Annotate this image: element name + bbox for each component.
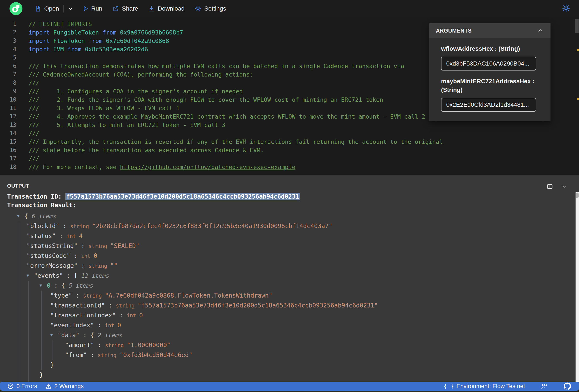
tree-line: ▼"data" : { 2 items <box>7 330 579 340</box>
settings-label: Settings <box>204 5 226 12</box>
tree-line: ▼0 : { 5 items <box>7 281 579 291</box>
tree-token-key: "status" <box>27 232 56 239</box>
tree-token-punct: : <box>79 332 90 339</box>
code-token: 0x8c5303eaa26202d6 <box>85 46 148 53</box>
code-token: /// 4. Approves the example MaybeMintERC… <box>29 113 425 120</box>
status-bar: 0 Errors 2 Warnings { } Environment: Flo… <box>0 382 579 391</box>
tree-token-brace: { <box>90 332 98 339</box>
code-token: /// This transaction demonstrates how mu… <box>29 63 404 69</box>
code-line: 17/// <box>0 154 573 163</box>
tree-token-key: "data" <box>58 332 79 339</box>
errors-status[interactable]: 0 Errors <box>7 383 37 390</box>
tree-token-str: "2b28cbfb87da2cfec4f0232c6f883f0f12c95b3… <box>92 223 332 230</box>
code-token: FlowToken <box>53 38 85 44</box>
desktop-wallpaper-strip <box>0 391 579 392</box>
tree-token-meta: 2 items <box>98 332 122 338</box>
tree-token-punct: : <box>63 272 74 279</box>
line-number: 16 <box>0 146 16 154</box>
line-number: 3 <box>0 37 16 45</box>
github-link[interactable] <box>564 382 571 390</box>
tree-token-key: "type" <box>50 292 72 299</box>
tree-line: "status" : int 4 <box>7 231 579 241</box>
code-token: import <box>29 38 53 44</box>
share-button[interactable]: Share <box>112 5 138 12</box>
tree-line: } <box>7 360 579 370</box>
tree-token-brace: { <box>61 282 69 289</box>
tree-token-punct: : <box>77 262 88 269</box>
line-number: 6 <box>0 62 16 70</box>
tree-line: "amount" : string "1.00000000" <box>7 340 579 350</box>
transaction-id-line: Transaction ID: f557a1573b76aa53e73d46f3… <box>7 192 579 201</box>
line-number: 12 <box>0 112 16 121</box>
code-line: 14/// <box>0 129 573 138</box>
argument-input-wflow[interactable] <box>441 57 536 70</box>
argument-label-wflow: wflowAddressHex : (String) <box>441 44 537 53</box>
tree-line: "transactionIndex" : int 0 <box>7 311 579 320</box>
run-label: Run <box>91 5 102 12</box>
run-button[interactable]: Run <box>82 5 102 12</box>
arguments-panel: ARGUMENTS wflowAddressHex : (String) may… <box>430 23 551 121</box>
open-dropdown-button[interactable] <box>67 6 73 12</box>
arguments-panel-body: wflowAddressHex : (String) maybeMintERC7… <box>430 38 551 121</box>
argument-input-maybemint[interactable] <box>441 98 536 112</box>
editor-scrollbar-thumb[interactable] <box>575 19 579 33</box>
code-link[interactable]: https://github.com/onflow/batched-evm-ex… <box>120 164 295 170</box>
tree-token-typelabel: string <box>70 224 92 229</box>
tree-token-punct: : <box>51 282 62 289</box>
collapse-toggle-icon[interactable]: ▼ <box>17 211 24 221</box>
arguments-title: ARGUMENTS <box>436 28 472 34</box>
tree-line: ▼{ 6 items <box>7 211 579 221</box>
tree-token-key: "transactionId" <box>50 302 105 309</box>
warning-marker <box>577 49 579 51</box>
feedback-button[interactable] <box>541 383 548 390</box>
tree-token-num: 0 <box>94 252 97 259</box>
environment-label: Environment: Flow Testnet <box>456 383 525 390</box>
code-token: /// 3. Wraps FLOW as WFLOW - EVM call 1 <box>29 105 180 112</box>
split-view-icon[interactable] <box>547 183 553 190</box>
tree-line: "blockId" : string "2b28cbfb87da2cfec4f0… <box>7 221 579 231</box>
errors-count: 0 Errors <box>16 383 37 390</box>
line-number: 8 <box>0 79 16 87</box>
collapse-toggle-icon[interactable]: ▼ <box>40 280 47 290</box>
arguments-panel-header[interactable]: ARGUMENTS <box>430 23 551 38</box>
tree-line: "eventIndex" : int 0 <box>7 320 579 330</box>
theme-toggle-button[interactable] <box>562 4 570 13</box>
tree-token-typelabel: int <box>105 323 117 329</box>
tree-token-str: "1.00000000" <box>127 341 171 349</box>
code-token: from <box>64 46 85 53</box>
collapse-toggle-icon[interactable]: ▼ <box>40 380 47 382</box>
tree-token-punct: : <box>87 351 98 359</box>
download-button[interactable]: Download <box>148 5 185 12</box>
collapse-output-chevron-icon[interactable] <box>561 183 567 190</box>
collapse-toggle-icon[interactable]: ▼ <box>27 270 34 280</box>
toolbar-divider <box>64 5 64 12</box>
warnings-status[interactable]: 2 Warnings <box>45 383 84 390</box>
line-number: 10 <box>0 96 16 104</box>
code-token: /// <box>29 130 39 137</box>
tree-token-punct: : <box>51 381 62 382</box>
chevron-up-icon[interactable] <box>537 27 544 34</box>
tree-line: "transactionId" : string "f557a1573b76aa… <box>7 301 579 311</box>
output-scrollbar-thumb[interactable] <box>576 193 579 198</box>
code-token: /// For more context, see <box>29 164 120 170</box>
tree-token-key: "errorMessage" <box>27 262 77 269</box>
transaction-id-label: Transaction ID: <box>7 193 66 200</box>
tree-token-key: "statusCode" <box>27 252 70 259</box>
tree-token-str: "0xfd3b4cd50d44e6ed" <box>120 351 192 359</box>
tree-token-brace: } <box>40 371 43 378</box>
argument-label-maybemint: maybeMintERC721AddressHex : (String) <box>441 77 537 94</box>
open-button[interactable]: Open <box>35 5 59 12</box>
collapse-toggle-icon[interactable]: ▼ <box>50 330 58 340</box>
settings-button[interactable]: Settings <box>195 5 226 12</box>
code-editor[interactable]: 1// TESTNET IMPORTS2import FungibleToken… <box>0 17 579 175</box>
tree-token-idx: 0 <box>47 282 51 289</box>
editor-scrollbar[interactable] <box>574 17 579 175</box>
tree-line: ▼"events" : [ 12 items <box>7 271 579 281</box>
tree-token-key: "amount" <box>65 341 94 349</box>
warning-triangle-icon <box>45 383 52 390</box>
tree-line: "statusCode" : int 0 <box>7 251 579 261</box>
tree-token-brace: } <box>50 361 54 369</box>
tree-token-key: "statusString" <box>27 242 77 249</box>
environment-selector[interactable]: { } Environment: Flow Testnet <box>444 383 525 390</box>
flow-logo[interactable] <box>9 2 22 15</box>
